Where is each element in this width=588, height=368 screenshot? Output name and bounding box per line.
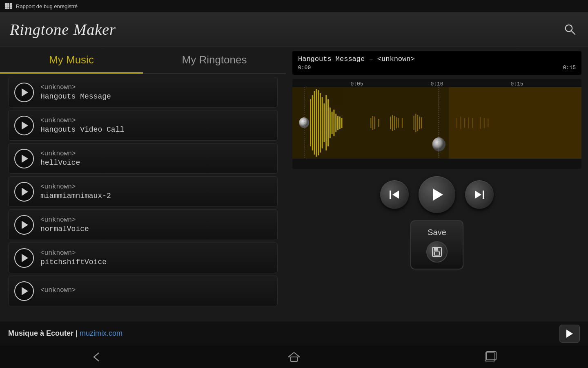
svg-rect-10: [322, 97, 323, 148]
svg-rect-52: [434, 247, 438, 251]
play-icon: [22, 88, 28, 96]
svg-rect-24: [378, 119, 379, 127]
search-button[interactable]: [562, 21, 578, 38]
svg-rect-35: [421, 117, 422, 128]
left-panel: My Music My Ringtones <unknown> Hangouts…: [0, 47, 286, 321]
svg-rect-34: [419, 117, 420, 129]
play-icon: [22, 188, 28, 196]
svg-rect-8: [318, 90, 319, 155]
next-button[interactable]: [465, 180, 494, 209]
svg-rect-42: [484, 118, 485, 128]
recents-icon: [483, 351, 497, 363]
svg-marker-55: [288, 352, 300, 357]
list-item[interactable]: <unknown> Hangouts Video Call: [8, 110, 278, 141]
waveform-area[interactable]: 0:05 0:10 0:15: [292, 79, 581, 169]
svg-rect-31: [414, 116, 414, 130]
music-artist: <unknown>: [40, 216, 89, 224]
list-item[interactable]: <unknown> pitchshiftVoice: [8, 242, 278, 273]
svg-rect-33: [417, 115, 418, 131]
list-item[interactable]: <unknown> normalVoice: [8, 209, 278, 240]
music-title: miammiamnimaux-2: [40, 192, 111, 200]
play-button[interactable]: [14, 83, 34, 102]
list-item[interactable]: <unknown> Hangouts Message: [8, 77, 278, 108]
svg-rect-11: [324, 103, 325, 142]
footer-main-text: Musique à Ecouter: [8, 329, 74, 337]
footer-separator: |: [76, 329, 80, 337]
play-button[interactable]: [14, 248, 34, 268]
tab-my-music[interactable]: My Music: [0, 47, 143, 73]
tab-my-music-label: My Music: [49, 54, 94, 66]
grid-icon: [5, 3, 12, 9]
tab-bar: My Music My Ringtones: [0, 47, 286, 74]
time-display: 0:00 0:15: [298, 65, 576, 71]
svg-marker-47: [392, 191, 399, 199]
main-content: My Music My Ringtones <unknown> Hangouts…: [0, 47, 588, 321]
player-controls: [292, 173, 581, 216]
tab-my-ringtones[interactable]: My Ringtones: [143, 47, 286, 73]
waveform-canvas[interactable]: [292, 87, 581, 159]
svg-rect-13: [327, 99, 329, 146]
list-item[interactable]: <unknown>: [8, 276, 278, 306]
floppy-icon: [431, 246, 443, 258]
music-info: <unknown> hellVoice: [40, 150, 80, 167]
time-end: 0:15: [563, 65, 576, 71]
play-button[interactable]: [14, 182, 34, 202]
home-icon: [287, 351, 301, 363]
footer-link[interactable]: muzimix.com: [80, 329, 122, 337]
svg-rect-20: [341, 118, 343, 128]
waveform-svg: [292, 87, 581, 159]
svg-marker-50: [475, 191, 481, 199]
music-info: <unknown> Hangouts Message: [40, 84, 111, 101]
status-bar: Rapport de bug enregistré: [0, 0, 588, 12]
svg-rect-46: [390, 191, 391, 199]
svg-rect-7: [316, 89, 317, 157]
play-button[interactable]: [14, 281, 34, 301]
save-label: Save: [428, 228, 446, 237]
play-button[interactable]: [14, 149, 34, 168]
svg-rect-43: [488, 119, 488, 127]
now-playing-title: Hangouts Message – <unknown>: [298, 55, 576, 63]
svg-rect-29: [398, 118, 399, 128]
arrow-right-icon: [566, 330, 573, 338]
svg-rect-25: [390, 117, 391, 129]
svg-rect-2: [292, 87, 449, 159]
time-start: 0:00: [298, 65, 311, 71]
svg-rect-56: [291, 357, 297, 361]
play-icon: [429, 186, 445, 203]
now-playing-info: Hangouts Message – <unknown> 0:00 0:15: [298, 55, 576, 71]
nav-home-button[interactable]: [282, 349, 306, 365]
nav-back-button[interactable]: [86, 349, 110, 365]
svg-rect-4: [310, 99, 311, 146]
svg-rect-19: [339, 117, 341, 129]
svg-rect-39: [468, 117, 469, 128]
save-button[interactable]: Save: [410, 220, 463, 269]
play-button[interactable]: [14, 215, 34, 235]
music-artist: <unknown>: [40, 84, 111, 91]
svg-rect-37: [460, 117, 461, 129]
svg-rect-17: [335, 114, 336, 132]
music-artist: <unknown>: [40, 150, 80, 157]
play-button[interactable]: [14, 116, 34, 135]
svg-line-1: [571, 31, 575, 34]
svg-rect-27: [394, 116, 395, 130]
svg-rect-41: [480, 117, 481, 129]
svg-rect-12: [325, 95, 327, 150]
list-item[interactable]: <unknown> miammiamnimaux-2: [8, 176, 278, 207]
timeline-mark-3: 0:15: [510, 81, 523, 87]
svg-rect-23: [374, 117, 375, 129]
list-item[interactable]: <unknown> hellVoice: [8, 143, 278, 174]
play-pause-button[interactable]: [419, 176, 455, 213]
previous-button[interactable]: [380, 180, 409, 209]
footer-text-area: Musique à Ecouter | muzimix.com: [8, 329, 122, 338]
back-icon: [91, 351, 105, 363]
music-title: pitchshiftVoice: [40, 258, 107, 266]
svg-marker-48: [433, 188, 443, 201]
waveform-timeline: 0:05 0:10 0:15: [292, 79, 581, 87]
music-artist: <unknown>: [40, 249, 107, 257]
app-logo: Ringtone Maker: [10, 20, 116, 38]
svg-rect-5: [312, 95, 313, 150]
svg-rect-26: [392, 115, 393, 131]
nav-bar: [0, 346, 588, 368]
nav-recents-button[interactable]: [478, 349, 502, 365]
footer-arrow-button[interactable]: [559, 325, 580, 343]
